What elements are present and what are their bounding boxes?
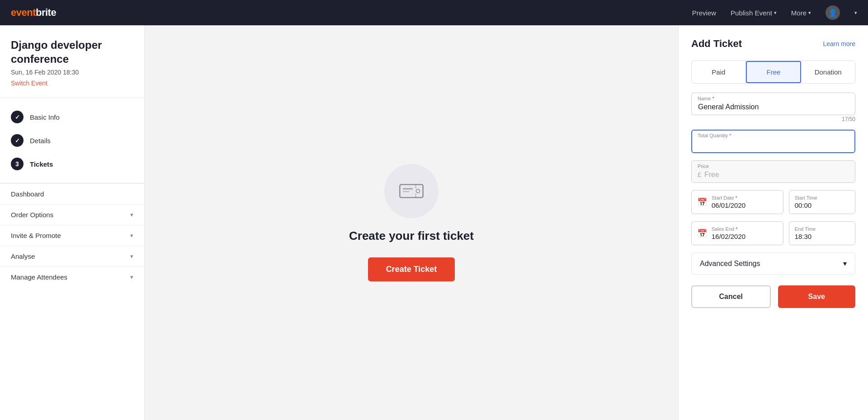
start-time-label: Start Time (795, 195, 849, 201)
bottom-buttons: Cancel Save (691, 285, 855, 308)
basic-info-label: Basic Info (30, 113, 60, 121)
sidebar-nav: Basic Info Details 3 Tickets (0, 98, 144, 183)
sidebar-item-manage-attendees[interactable]: Manage Attendees ▾ (0, 266, 144, 287)
sidebar-item-basic-info[interactable]: Basic Info (0, 105, 144, 129)
start-datetime-row: 📅 Start Date * 06/01/2020 Start Time 00:… (691, 190, 855, 214)
create-ticket-button[interactable]: Create Ticket (368, 257, 455, 281)
price-input (691, 160, 855, 183)
svg-rect-2 (403, 191, 409, 192)
price-field-group: Price £ (691, 160, 855, 183)
step-circle-tickets: 3 (11, 158, 24, 170)
eventbrite-logo[interactable]: eventbrite (11, 7, 56, 19)
end-time-label: End Time (795, 226, 849, 232)
invite-promote-chevron-icon: ▾ (130, 232, 133, 239)
invite-promote-label: Invite & Promote (11, 232, 61, 239)
sidebar-item-details[interactable]: Details (0, 129, 144, 152)
sales-end-datetime-row: 📅 Sales End * 16/02/2020 End Time 18:30 (691, 221, 855, 245)
panel-title: Add Ticket (691, 38, 742, 50)
manage-attendees-label: Manage Attendees (11, 273, 67, 281)
right-panel: Add Ticket Learn more Paid Free Donation… (678, 25, 868, 420)
topnav-right: Preview Publish Event ▾ More ▾ 👤 ▾ (692, 5, 857, 20)
advanced-settings-toggle[interactable]: Advanced Settings ▾ (691, 252, 855, 275)
ticket-illustration (384, 164, 439, 218)
learn-more-link[interactable]: Learn more (823, 40, 855, 47)
step-number-tickets: 3 (15, 160, 19, 168)
panel-header: Add Ticket Learn more (691, 38, 855, 50)
end-time-value: 18:30 (795, 233, 849, 240)
step-circle-basic-info (11, 111, 24, 123)
account-chevron[interactable]: ▾ (854, 10, 857, 16)
calendar-icon-start: 📅 (697, 197, 707, 207)
dashboard-label: Dashboard (11, 190, 44, 198)
name-char-count: 17/50 (691, 116, 855, 122)
check-icon-details (15, 137, 20, 144)
details-label: Details (30, 137, 51, 145)
advanced-settings-chevron-icon: ▾ (843, 259, 847, 268)
tickets-label: Tickets (30, 160, 53, 168)
start-time-value: 00:00 (795, 201, 849, 209)
user-avatar[interactable]: 👤 (826, 5, 840, 20)
more-label: More (791, 9, 807, 17)
sidebar: Django developer conference Sun, 16 Feb … (0, 25, 145, 420)
sales-end-value: 16/02/2020 (712, 233, 778, 240)
end-time-field[interactable]: End Time 18:30 (789, 221, 855, 245)
sidebar-item-order-options[interactable]: Order Options ▾ (0, 204, 144, 225)
svg-point-3 (416, 189, 420, 193)
advanced-settings-label: Advanced Settings (700, 260, 760, 268)
publish-label: Publish Event (731, 9, 772, 17)
account-chevron-icon: ▾ (854, 10, 857, 16)
paid-ticket-button[interactable]: Paid (692, 61, 746, 83)
cancel-button[interactable]: Cancel (691, 285, 771, 308)
preview-link[interactable]: Preview (692, 9, 716, 17)
more-link[interactable]: More ▾ (791, 9, 811, 17)
ticket-type-row: Paid Free Donation (691, 61, 855, 84)
total-quantity-field-group: Total Quantity * (691, 130, 855, 153)
ticket-graphic-icon (397, 177, 426, 205)
switch-event-link[interactable]: Switch Event (0, 76, 144, 98)
start-time-field[interactable]: Start Time 00:00 (789, 190, 855, 214)
event-title: Django developer conference (0, 38, 144, 66)
sidebar-item-dashboard[interactable]: Dashboard (0, 183, 144, 204)
sidebar-item-tickets[interactable]: 3 Tickets (0, 152, 144, 176)
publish-chevron-icon: ▾ (774, 10, 777, 16)
preview-label: Preview (692, 9, 716, 17)
user-icon: 👤 (828, 9, 837, 17)
create-first-ticket-heading: Create your first ticket (349, 229, 474, 243)
calendar-icon-end: 📅 (697, 229, 707, 238)
name-field-group: Name * 17/50 (691, 93, 855, 122)
start-date-value: 06/01/2020 (712, 201, 778, 209)
sidebar-item-analyse[interactable]: Analyse ▾ (0, 246, 144, 266)
top-navigation: eventbrite Preview Publish Event ▾ More … (0, 0, 868, 25)
analyse-chevron-icon: ▾ (130, 253, 133, 260)
total-quantity-input[interactable] (691, 130, 855, 153)
sales-end-field[interactable]: 📅 Sales End * 16/02/2020 (691, 221, 783, 245)
order-options-label: Order Options (11, 211, 53, 219)
order-options-chevron-icon: ▾ (130, 211, 133, 218)
publish-event-link[interactable]: Publish Event ▾ (731, 9, 777, 17)
start-date-field[interactable]: 📅 Start Date * 06/01/2020 (691, 190, 783, 214)
name-input[interactable] (691, 93, 855, 115)
analyse-label: Analyse (11, 252, 35, 260)
content-area: Create your first ticket Create Ticket (145, 25, 678, 420)
svg-rect-1 (403, 188, 413, 190)
save-button[interactable]: Save (778, 285, 856, 308)
step-circle-details (11, 134, 24, 147)
sidebar-item-invite-promote[interactable]: Invite & Promote ▾ (0, 225, 144, 246)
donation-ticket-button[interactable]: Donation (801, 61, 855, 83)
more-chevron-icon: ▾ (808, 10, 811, 16)
main-layout: Django developer conference Sun, 16 Feb … (0, 25, 868, 420)
free-ticket-button[interactable]: Free (746, 61, 802, 83)
event-date: Sun, 16 Feb 2020 18:30 (0, 66, 144, 76)
check-icon (15, 114, 20, 121)
manage-attendees-chevron-icon: ▾ (130, 274, 133, 280)
